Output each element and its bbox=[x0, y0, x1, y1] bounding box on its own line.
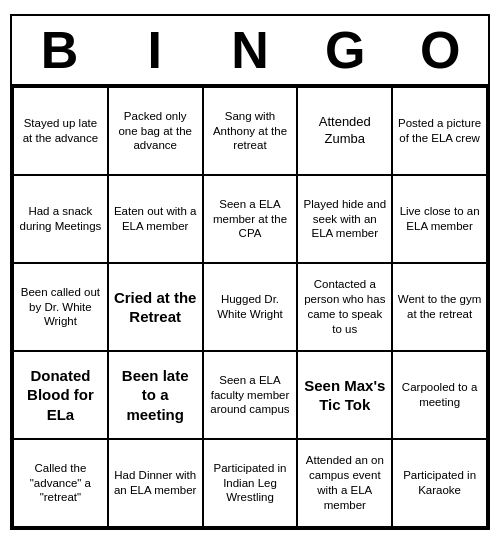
bingo-cell-15[interactable]: Donated Blood for ELa bbox=[14, 352, 109, 440]
bingo-cell-22[interactable]: Participated in Indian Leg Wrestling bbox=[204, 440, 299, 528]
bingo-cell-19[interactable]: Carpooled to a meeting bbox=[393, 352, 488, 440]
bingo-cell-0[interactable]: Stayed up late at the advance bbox=[14, 88, 109, 176]
bingo-cell-24[interactable]: Participated in Karaoke bbox=[393, 440, 488, 528]
bingo-cell-7[interactable]: Seen a ELA member at the CPA bbox=[204, 176, 299, 264]
bingo-cell-17[interactable]: Seen a ELA faculty member around campus bbox=[204, 352, 299, 440]
bingo-cell-21[interactable]: Had Dinner with an ELA member bbox=[109, 440, 204, 528]
bingo-cell-13[interactable]: Contacted a person who has came to speak… bbox=[298, 264, 393, 352]
bingo-cell-18[interactable]: Seen Max's Tic Tok bbox=[298, 352, 393, 440]
bingo-cell-8[interactable]: Played hide and seek with an ELA member bbox=[298, 176, 393, 264]
letter-n: N bbox=[206, 20, 294, 80]
bingo-cell-16[interactable]: Been late to a meeting bbox=[109, 352, 204, 440]
bingo-cell-3[interactable]: Attended Zumba bbox=[298, 88, 393, 176]
bingo-cell-4[interactable]: Posted a picture of the ELA crew bbox=[393, 88, 488, 176]
letter-o: O bbox=[396, 20, 484, 80]
letter-g: G bbox=[301, 20, 389, 80]
bingo-grid: Stayed up late at the advancePacked only… bbox=[12, 86, 488, 528]
bingo-cell-12[interactable]: Hugged Dr. White Wright bbox=[204, 264, 299, 352]
bingo-header: B I N G O bbox=[12, 16, 488, 86]
bingo-cell-11[interactable]: Cried at the Retreat bbox=[109, 264, 204, 352]
letter-i: I bbox=[111, 20, 199, 80]
bingo-card: B I N G O Stayed up late at the advanceP… bbox=[10, 14, 490, 530]
bingo-cell-20[interactable]: Called the "advance" a "retreat" bbox=[14, 440, 109, 528]
bingo-cell-2[interactable]: Sang with Anthony at the retreat bbox=[204, 88, 299, 176]
bingo-cell-9[interactable]: Live close to an ELA member bbox=[393, 176, 488, 264]
bingo-cell-23[interactable]: Attended an on campus event with a ELA m… bbox=[298, 440, 393, 528]
bingo-cell-1[interactable]: Packed only one bag at the advance bbox=[109, 88, 204, 176]
bingo-cell-5[interactable]: Had a snack during Meetings bbox=[14, 176, 109, 264]
letter-b: B bbox=[16, 20, 104, 80]
bingo-cell-6[interactable]: Eaten out with a ELA member bbox=[109, 176, 204, 264]
bingo-cell-14[interactable]: Went to the gym at the retreat bbox=[393, 264, 488, 352]
bingo-cell-10[interactable]: Been called out by Dr. White Wright bbox=[14, 264, 109, 352]
